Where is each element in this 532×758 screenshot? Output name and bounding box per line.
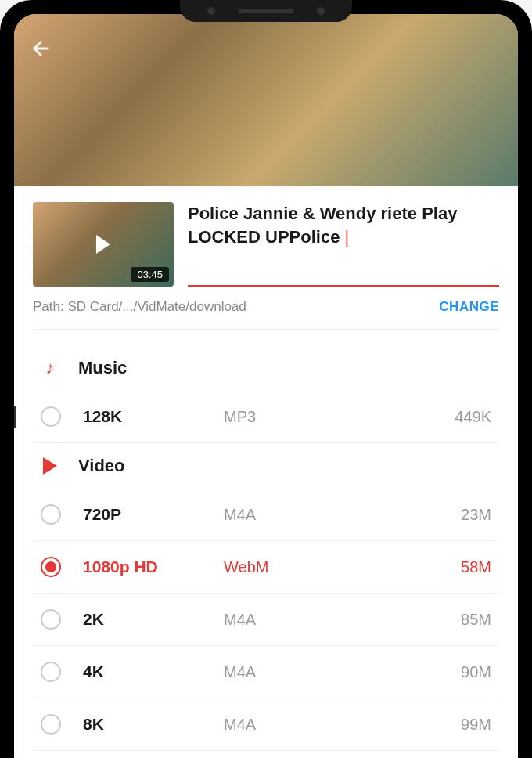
music-section-title: Music [78,358,127,378]
option-size-label: 23M [437,506,491,524]
option-format-label: M4A [224,611,437,629]
option-format-label: MP3 [224,408,437,426]
scroll-marker [14,406,16,428]
music-option-128k[interactable]: 128K MP3 449K [33,391,499,443]
header-hero-image [14,14,518,186]
video-title-text: Police Jannie & Wendy riete Play LOCKED … [188,204,457,247]
music-note-icon: ♪ [41,359,59,377]
sensor-dot [317,7,325,15]
radio-icon [41,714,61,735]
change-path-button[interactable]: CHANGE [439,299,499,315]
download-panel: 03:45 Police Jannie & Wendy riete Play L… [14,186,518,751]
title-area: Police Jannie & Wendy riete Play LOCKED … [188,202,499,287]
download-path-label: Path: SD Card/.../VidMate/download [33,299,246,315]
phone-notch [180,0,352,22]
back-arrow-icon[interactable] [30,38,52,65]
option-quality-label: 128K [83,407,224,426]
video-thumbnail[interactable]: 03:45 [33,202,174,287]
video-section-header: Video [33,443,499,489]
radio-icon-selected [41,557,61,577]
music-section-header: ♪ Music [33,345,499,391]
option-quality-label: 8K [83,715,224,734]
option-quality-label: 4K [83,662,224,681]
video-option-1080p[interactable]: 1080p HD WebM 58M [33,541,499,594]
option-size-label: 99M [437,716,491,734]
radio-icon [41,662,61,682]
video-section-title: Video [78,456,125,476]
video-title-input[interactable]: Police Jannie & Wendy riete Play LOCKED … [188,202,499,248]
title-underline [188,285,499,287]
play-icon [96,235,110,254]
option-size-label: 58M [437,558,491,576]
option-quality-label: 2K [83,610,224,629]
option-quality-label: 1080p HD [83,558,224,576]
option-size-label: 85M [437,611,491,629]
option-format-label: M4A [224,663,437,681]
title-row: 03:45 Police Jannie & Wendy riete Play L… [33,202,499,287]
text-cursor: | [340,227,349,247]
option-size-label: 449K [437,408,491,426]
radio-icon [41,406,61,427]
option-format-label: WebM [224,558,437,576]
video-option-2k[interactable]: 2K M4A 85M [33,594,499,646]
option-quality-label: 720P [83,505,224,524]
radio-icon [41,609,61,630]
option-format-label: M4A [224,716,437,734]
video-option-720p[interactable]: 720P M4A 23M [33,489,499,541]
video-option-8k[interactable]: 8K M4A 99M [33,698,499,751]
screen: 03:45 Police Jannie & Wendy riete Play L… [14,14,518,758]
radio-icon [41,504,61,525]
option-size-label: 90M [437,663,491,681]
phone-frame: 03:45 Police Jannie & Wendy riete Play L… [0,0,532,758]
path-row: Path: SD Card/.../VidMate/download CHANG… [33,299,499,330]
option-format-label: M4A [224,506,437,524]
duration-badge: 03:45 [131,267,169,282]
video-option-4k[interactable]: 4K M4A 90M [33,646,499,698]
play-triangle-icon [41,457,59,475]
sensor-dot [207,7,215,15]
speaker [239,9,293,13]
